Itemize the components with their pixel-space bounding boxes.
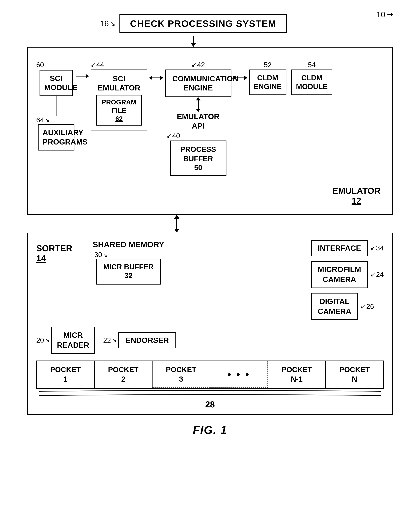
cldm-module-box: CLDMMODULE xyxy=(291,69,332,95)
sci-comm-connector xyxy=(149,76,163,80)
process-buffer-num: 50 xyxy=(176,163,221,172)
fig-label: FIG. 1 xyxy=(193,423,227,436)
ref-34: ↙ 34 xyxy=(370,244,384,252)
pocket-1-box: POCKET1 xyxy=(37,361,95,388)
process-buffer-box: PROCESSBUFFER 50 xyxy=(170,140,226,176)
program-file-box: PROGRAMFILE 62 xyxy=(96,95,142,126)
belt-svg xyxy=(37,389,383,399)
sci-h-connector xyxy=(76,74,89,78)
micr-buffer-num: 32 xyxy=(103,272,154,280)
pocket-2-box: POCKET2 xyxy=(95,361,152,388)
microfilm-camera-row: MICROFILMCAMERA ↙ 24 xyxy=(311,261,384,288)
ref-40: ↙ 40 xyxy=(167,132,180,140)
cps-ref-label: 16 ↘ xyxy=(100,19,115,28)
top-section: 16 ↘ CHECK PROCESSING SYSTEM xyxy=(27,14,393,47)
sorter-bottom-row: 20 ↘ MICRREADER 22 ↘ ENDORSER xyxy=(36,327,384,354)
cldm-module-label: CLDMMODULE xyxy=(296,74,328,91)
emulator-title-text: EMULATOR xyxy=(332,186,381,196)
process-buffer-label: PROCESSBUFFER xyxy=(176,145,221,163)
middle-col: ↙ 44 SCIEMULATOR PROGRAMFILE 62 xyxy=(91,61,147,131)
emulator-label: EMULATOR 12 xyxy=(332,186,381,206)
digital-camera-label: DIGITALCAMERA xyxy=(318,297,351,316)
pocket-n-box: POCKETN xyxy=(326,361,383,388)
digital-camera-box: DIGITALCAMERA xyxy=(311,293,358,320)
comm-engine-label: COMMUNICATIONENGINE xyxy=(172,74,224,92)
microfilm-camera-box: MICROFILMCAMERA xyxy=(311,261,368,288)
pocket-n1-box: POCKETN-1 xyxy=(268,361,326,388)
endorser-box: ENDORSER xyxy=(118,332,176,348)
sci-emulator-box: SCIEMULATOR PROGRAMFILE 62 xyxy=(91,69,147,131)
endorser-label: ENDORSER xyxy=(126,336,169,345)
comm-engine-box: COMMUNICATIONENGINE xyxy=(165,69,232,97)
ref-42: ↙ 42 xyxy=(192,61,205,69)
sorter-label-group: SORTER 14 xyxy=(36,243,83,263)
pocket-3-label: POCKET3 xyxy=(161,365,201,384)
sci-module-box: SCIMODULE xyxy=(39,70,73,96)
auxiliary-programs-label: AUXILIARYPROGRAMS xyxy=(43,128,70,146)
pocket-n1-label: POCKETN-1 xyxy=(277,365,317,384)
ref-24: ↙ 24 xyxy=(370,270,384,278)
sorter-top-row: SORTER 14 SHARED MEMORY 30 ↘ MICR BUFFER… xyxy=(36,240,384,320)
sci-emulator-title: SCIEMULATOR xyxy=(98,74,140,92)
micr-buffer-label: MICR BUFFER xyxy=(103,262,154,272)
ref-20: 20 ↘ xyxy=(36,336,50,344)
microfilm-camera-label: MICROFILMCAMERA xyxy=(318,265,361,284)
digital-camera-row: DIGITALCAMERA ↙ 26 xyxy=(311,293,374,320)
pocket-3-box: POCKET3 xyxy=(152,361,210,388)
cps-title: CHECK PROCESSING SYSTEM xyxy=(130,18,276,29)
pocket-dots-label: • • • xyxy=(228,369,250,380)
comm-cldm-connector xyxy=(233,76,248,80)
diagram-wrapper: 10 ↙ 16 ↘ CHECK PROCESSING SYSTEM EMULAT… xyxy=(27,10,393,436)
sorter-title: SORTER xyxy=(36,243,72,253)
shared-memory-label: SHARED MEMORY xyxy=(93,240,164,249)
cps-box: CHECK PROCESSING SYSTEM xyxy=(120,14,287,33)
emulator-api-label: EMULATORAPI xyxy=(177,112,219,130)
auxiliary-programs-box: AUXILIARYPROGRAMS xyxy=(38,124,75,150)
interface-box: INTERFACE xyxy=(311,240,368,256)
program-file-num: 62 xyxy=(102,115,136,123)
cldm-engine-group: 52 CLDMENGINE xyxy=(249,61,286,95)
pocket-1-label: POCKET1 xyxy=(45,365,86,384)
ref-54: 54 xyxy=(308,61,316,69)
ref-52: 52 xyxy=(264,61,272,69)
shared-memory-area: SHARED MEMORY 30 ↘ MICR BUFFER 32 xyxy=(93,240,164,284)
sci-module-label: SCIMODULE xyxy=(44,74,68,92)
emulator-outer-box: EMULATOR 12 60 SCIMODULE 64 ↘ xyxy=(27,47,393,215)
belt-label: 28 xyxy=(205,399,215,409)
cldm-module-group: 54 CLDMMODULE xyxy=(291,61,332,95)
ref-64: 64 ↘ xyxy=(36,116,50,124)
endorser-group: 22 ↘ ENDORSER xyxy=(103,332,176,348)
pockets-section: POCKET1 POCKET2 POCKET3 • • • POCKETN-1 xyxy=(36,361,384,389)
program-file-label: PROGRAMFILE xyxy=(102,98,136,115)
emulator-num-text: 12 xyxy=(332,196,381,206)
belt-area: 28 xyxy=(36,389,384,409)
ref-44: ↙ 44 xyxy=(91,61,104,69)
center-col: ↙ 42 COMMUNICATIONENGINE EMULATORAPI ↙ 4… xyxy=(165,61,232,176)
right-col: 52 CLDMENGINE 54 CLDMMODULE xyxy=(249,61,332,95)
ref-26: ↙ 26 xyxy=(360,302,374,310)
pocket-2-label: POCKET2 xyxy=(103,365,143,384)
cldm-engine-box: CLDMENGINE xyxy=(249,69,286,95)
pocket-dots: • • • xyxy=(210,361,268,388)
sorter-outer-box: SORTER 14 SHARED MEMORY 30 ↘ MICR BUFFER… xyxy=(27,233,393,415)
emulator-inner: 60 SCIMODULE 64 ↘ AUXILIARYPROGRAMS xyxy=(36,54,384,176)
interface-label: INTERFACE xyxy=(318,244,361,253)
emulator-sorter-connector xyxy=(174,215,180,233)
shared-memory-outer-box: MICR BUFFER 32 xyxy=(96,259,161,284)
micr-reader-label: MICRREADER xyxy=(57,330,89,350)
cldm-engine-label: CLDMENGINE xyxy=(254,74,282,91)
micr-reader-group: 20 ↘ MICRREADER xyxy=(36,327,95,354)
sorter-num: 14 xyxy=(36,253,46,263)
micr-reader-box: MICRREADER xyxy=(51,327,95,354)
pockets-row: POCKET1 POCKET2 POCKET3 • • • POCKETN-1 xyxy=(37,361,383,388)
pocket-n-label: POCKETN xyxy=(334,365,375,384)
ref-30: 30 ↘ xyxy=(94,251,108,259)
ref-60: 60 xyxy=(36,61,44,69)
sorter-right-area: INTERFACE ↙ 34 MICROFILMCAMERA ↙ 24 xyxy=(311,240,384,320)
ref-22: 22 ↘ xyxy=(103,336,117,344)
comm-api-connector xyxy=(196,97,201,112)
interface-row: INTERFACE ↙ 34 xyxy=(311,240,384,256)
left-col: 60 SCIMODULE 64 ↘ AUXILIARYPROGRAMS xyxy=(36,61,76,151)
